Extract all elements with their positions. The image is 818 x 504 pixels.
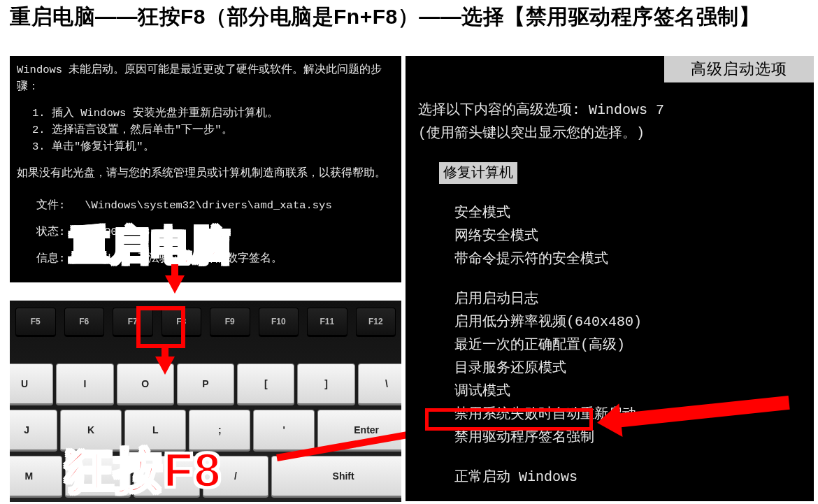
adv-option-repair-label: 修复计算机: [439, 162, 517, 184]
arrow-down-icon: [155, 357, 175, 375]
key-f10: F10: [259, 308, 299, 337]
key-f6: F6: [64, 308, 105, 337]
adv-prompt-2: (使用箭头键以突出显示您的选择。): [418, 122, 801, 144]
adv-option-safe-mode-networking[interactable]: 网络安全模式: [418, 225, 801, 247]
boot-error-info-label: 信息:: [36, 252, 65, 265]
adv-option-start-windows-normally[interactable]: 正常启动 Windows: [418, 466, 801, 488]
key-f5: F5: [15, 308, 56, 337]
boot-error-step1: 1. 插入 Windows 安装光盘并重新启动计算机。: [17, 105, 394, 122]
boot-error-info: 信息: Windows 无法验证此文件的数字签名。: [17, 250, 394, 267]
boot-error-file: 文件: \Windows\system32\drivers\amd_xata.s…: [17, 197, 394, 214]
adv-prompt-1: 选择以下内容的高级选项: Windows 7: [418, 99, 801, 121]
boot-error-info-value: Windows 无法验证此文件的数字签名。: [85, 252, 282, 265]
key-shift: Shift: [271, 456, 401, 498]
key: \: [358, 363, 401, 405]
boot-error-file-value: \Windows\system32\drivers\amd_xata.sys: [85, 199, 331, 212]
key: P: [177, 363, 234, 405]
key-f11: F11: [307, 308, 347, 337]
windows-boot-error-panel: Windows 未能启动。原因可能是最近更改了硬件或软件。解决此问题的步骤： 1…: [10, 56, 401, 282]
boot-error-nodisc: 如果没有此光盘，请与您的系统管理员或计算机制造商联系，以获得帮助。: [17, 165, 394, 182]
boot-error-heading: Windows 未能启动。原因可能是最近更改了硬件或软件。解决此问题的步骤：: [17, 62, 394, 95]
advanced-boot-options-title: 高级启动选项: [664, 56, 814, 82]
headline: 重启电脑——狂按F8（部分电脑是Fn+F8）——选择【禁用驱动程序签名强制】: [10, 3, 760, 31]
adv-option-repair[interactable]: 修复计算机: [418, 162, 801, 184]
adv-option-debug[interactable]: 调试模式: [418, 380, 801, 402]
adv-option-low-res-video[interactable]: 启用低分辨率视频(640x480): [418, 311, 801, 333]
key: U: [10, 363, 53, 405]
adv-option-boot-logging[interactable]: 启用启动日志: [418, 288, 801, 310]
arrow-down-icon: [165, 275, 185, 294]
boot-error-status-label: 状态:: [36, 226, 65, 238]
boot-error-status-value: 0xc0000428: [85, 226, 150, 238]
boot-error-file-label: 文件:: [36, 199, 65, 212]
keyboard-fn-row: F5 F6 F7 F8 F9 F10 F11 F12: [10, 308, 401, 343]
boot-error-step3: 3. 单击"修复计算机"。: [17, 138, 394, 155]
key-f12: F12: [356, 308, 396, 337]
key: ': [253, 410, 315, 452]
adv-option-ds-restore[interactable]: 目录服务还原模式: [418, 357, 801, 379]
key: [: [237, 363, 294, 405]
key: M: [10, 456, 62, 498]
adv-option-safe-mode-cmd[interactable]: 带命令提示符的安全模式: [418, 248, 801, 270]
boot-error-step2: 2. 选择语言设置，然后单击"下一步"。: [17, 122, 394, 138]
key-f7: F7: [113, 308, 153, 337]
key: J: [10, 410, 57, 452]
press-f8-label: 狂按F8: [66, 439, 222, 503]
adv-option-last-known-good[interactable]: 最近一次的正确配置(高级): [418, 334, 801, 356]
key: ]: [297, 363, 354, 405]
key-f8: F8: [162, 308, 202, 337]
key-f9: F9: [210, 308, 250, 337]
key: I: [56, 363, 113, 405]
adv-option-safe-mode[interactable]: 安全模式: [418, 202, 801, 224]
boot-error-status: 状态: 0xc0000428: [17, 224, 394, 240]
driver-signature-highlight-box: [425, 408, 593, 431]
